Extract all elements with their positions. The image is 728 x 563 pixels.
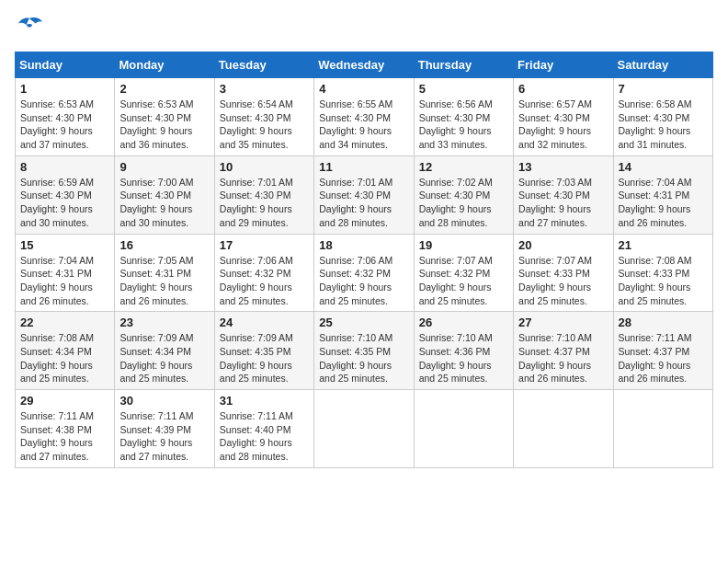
weekday-header: Saturday <box>613 52 712 78</box>
day-number: 10 <box>220 160 309 174</box>
day-number: 26 <box>419 316 508 329</box>
calendar-day-cell <box>514 390 613 468</box>
calendar-day-cell: 10Sunrise: 7:01 AM Sunset: 4:30 PM Dayli… <box>214 155 313 234</box>
day-info: Sunrise: 7:11 AM Sunset: 4:37 PM Dayligh… <box>619 331 708 385</box>
day-number: 19 <box>419 238 508 252</box>
calendar-day-cell <box>414 390 513 468</box>
day-info: Sunrise: 7:03 AM Sunset: 4:30 PM Dayligh… <box>518 176 608 230</box>
weekday-header: Friday <box>514 52 613 78</box>
day-number: 23 <box>119 316 209 329</box>
day-number: 4 <box>319 82 408 96</box>
logo <box>15 15 48 40</box>
day-number: 30 <box>119 394 209 408</box>
day-info: Sunrise: 6:53 AM Sunset: 4:30 PM Dayligh… <box>20 98 109 152</box>
day-number: 28 <box>619 316 708 329</box>
day-info: Sunrise: 7:02 AM Sunset: 4:30 PM Dayligh… <box>419 176 508 230</box>
day-number: 9 <box>119 160 209 174</box>
weekday-header: Wednesday <box>314 52 414 78</box>
day-number: 31 <box>220 394 309 408</box>
calendar-day-cell: 8Sunrise: 6:59 AM Sunset: 4:30 PM Daylig… <box>16 155 115 234</box>
weekday-header: Sunday <box>16 52 115 78</box>
calendar-day-cell: 22Sunrise: 7:08 AM Sunset: 4:34 PM Dayli… <box>16 312 115 390</box>
day-info: Sunrise: 7:06 AM Sunset: 4:32 PM Dayligh… <box>319 254 408 308</box>
page-header <box>15 15 713 40</box>
calendar-day-cell: 14Sunrise: 7:04 AM Sunset: 4:31 PM Dayli… <box>613 155 712 234</box>
day-number: 15 <box>20 238 109 252</box>
calendar-day-cell: 4Sunrise: 6:55 AM Sunset: 4:30 PM Daylig… <box>314 78 414 156</box>
day-info: Sunrise: 7:08 AM Sunset: 4:33 PM Dayligh… <box>619 254 708 308</box>
calendar-day-cell: 11Sunrise: 7:01 AM Sunset: 4:30 PM Dayli… <box>314 155 414 234</box>
calendar-day-cell: 9Sunrise: 7:00 AM Sunset: 4:30 PM Daylig… <box>115 155 214 234</box>
calendar-week-row: 1Sunrise: 6:53 AM Sunset: 4:30 PM Daylig… <box>16 78 713 156</box>
day-info: Sunrise: 7:05 AM Sunset: 4:31 PM Dayligh… <box>119 254 209 308</box>
day-info: Sunrise: 7:11 AM Sunset: 4:38 PM Dayligh… <box>20 409 109 464</box>
day-info: Sunrise: 7:04 AM Sunset: 4:31 PM Dayligh… <box>619 176 708 230</box>
day-info: Sunrise: 6:55 AM Sunset: 4:30 PM Dayligh… <box>319 98 408 152</box>
day-number: 21 <box>619 238 708 252</box>
day-number: 29 <box>20 394 109 408</box>
weekday-header: Monday <box>115 52 214 78</box>
weekday-header: Tuesday <box>214 52 313 78</box>
calendar-day-cell: 5Sunrise: 6:56 AM Sunset: 4:30 PM Daylig… <box>414 78 513 156</box>
calendar-week-row: 15Sunrise: 7:04 AM Sunset: 4:31 PM Dayli… <box>16 234 713 312</box>
calendar-day-cell <box>314 390 414 468</box>
day-info: Sunrise: 7:04 AM Sunset: 4:31 PM Dayligh… <box>20 254 109 308</box>
calendar-day-cell: 2Sunrise: 6:53 AM Sunset: 4:30 PM Daylig… <box>115 78 214 156</box>
day-info: Sunrise: 7:10 AM Sunset: 4:35 PM Dayligh… <box>319 331 408 385</box>
day-info: Sunrise: 7:01 AM Sunset: 4:30 PM Dayligh… <box>220 176 309 230</box>
calendar-day-cell: 13Sunrise: 7:03 AM Sunset: 4:30 PM Dayli… <box>514 155 613 234</box>
day-info: Sunrise: 7:10 AM Sunset: 4:37 PM Dayligh… <box>518 331 608 385</box>
calendar-week-row: 8Sunrise: 6:59 AM Sunset: 4:30 PM Daylig… <box>16 155 713 234</box>
calendar-day-cell: 31Sunrise: 7:11 AM Sunset: 4:40 PM Dayli… <box>214 390 313 468</box>
day-number: 27 <box>518 316 608 329</box>
weekday-header: Thursday <box>414 52 513 78</box>
day-number: 14 <box>619 160 708 174</box>
day-number: 20 <box>518 238 608 252</box>
calendar-day-cell: 7Sunrise: 6:58 AM Sunset: 4:30 PM Daylig… <box>613 78 712 156</box>
calendar-day-cell: 16Sunrise: 7:05 AM Sunset: 4:31 PM Dayli… <box>115 234 214 312</box>
day-info: Sunrise: 7:00 AM Sunset: 4:30 PM Dayligh… <box>119 176 209 230</box>
day-info: Sunrise: 7:10 AM Sunset: 4:36 PM Dayligh… <box>419 331 508 385</box>
day-number: 5 <box>419 82 508 96</box>
day-info: Sunrise: 7:11 AM Sunset: 4:39 PM Dayligh… <box>119 409 209 464</box>
calendar-day-cell: 25Sunrise: 7:10 AM Sunset: 4:35 PM Dayli… <box>314 312 414 390</box>
day-info: Sunrise: 6:53 AM Sunset: 4:30 PM Dayligh… <box>119 98 209 152</box>
calendar-day-cell: 26Sunrise: 7:10 AM Sunset: 4:36 PM Dayli… <box>414 312 513 390</box>
day-number: 16 <box>119 238 209 252</box>
calendar-day-cell: 18Sunrise: 7:06 AM Sunset: 4:32 PM Dayli… <box>314 234 414 312</box>
day-info: Sunrise: 7:11 AM Sunset: 4:40 PM Dayligh… <box>220 409 309 464</box>
calendar-day-cell: 12Sunrise: 7:02 AM Sunset: 4:30 PM Dayli… <box>414 155 513 234</box>
day-info: Sunrise: 6:54 AM Sunset: 4:30 PM Dayligh… <box>220 98 309 152</box>
calendar-day-cell: 28Sunrise: 7:11 AM Sunset: 4:37 PM Dayli… <box>613 312 712 390</box>
logo-icon <box>15 15 44 40</box>
day-info: Sunrise: 7:07 AM Sunset: 4:33 PM Dayligh… <box>518 254 608 308</box>
calendar-week-row: 29Sunrise: 7:11 AM Sunset: 4:38 PM Dayli… <box>16 390 713 468</box>
day-info: Sunrise: 6:56 AM Sunset: 4:30 PM Dayligh… <box>419 98 508 152</box>
calendar-day-cell: 20Sunrise: 7:07 AM Sunset: 4:33 PM Dayli… <box>514 234 613 312</box>
calendar-day-cell: 27Sunrise: 7:10 AM Sunset: 4:37 PM Dayli… <box>514 312 613 390</box>
calendar-day-cell: 6Sunrise: 6:57 AM Sunset: 4:30 PM Daylig… <box>514 78 613 156</box>
day-info: Sunrise: 6:59 AM Sunset: 4:30 PM Dayligh… <box>20 176 109 230</box>
day-info: Sunrise: 7:01 AM Sunset: 4:30 PM Dayligh… <box>319 176 408 230</box>
day-number: 8 <box>20 160 109 174</box>
day-number: 25 <box>319 316 408 329</box>
calendar-day-cell: 19Sunrise: 7:07 AM Sunset: 4:32 PM Dayli… <box>414 234 513 312</box>
day-number: 3 <box>220 82 309 96</box>
day-info: Sunrise: 7:06 AM Sunset: 4:32 PM Dayligh… <box>220 254 309 308</box>
day-number: 6 <box>518 82 608 96</box>
day-number: 13 <box>518 160 608 174</box>
day-info: Sunrise: 7:08 AM Sunset: 4:34 PM Dayligh… <box>20 331 109 385</box>
calendar-day-cell: 24Sunrise: 7:09 AM Sunset: 4:35 PM Dayli… <box>214 312 313 390</box>
day-number: 24 <box>220 316 309 329</box>
calendar-day-cell: 15Sunrise: 7:04 AM Sunset: 4:31 PM Dayli… <box>16 234 115 312</box>
calendar-day-cell: 21Sunrise: 7:08 AM Sunset: 4:33 PM Dayli… <box>613 234 712 312</box>
day-number: 17 <box>220 238 309 252</box>
day-info: Sunrise: 6:57 AM Sunset: 4:30 PM Dayligh… <box>518 98 608 152</box>
day-info: Sunrise: 6:58 AM Sunset: 4:30 PM Dayligh… <box>619 98 708 152</box>
day-number: 1 <box>20 82 109 96</box>
day-info: Sunrise: 7:09 AM Sunset: 4:35 PM Dayligh… <box>220 331 309 385</box>
day-info: Sunrise: 7:09 AM Sunset: 4:34 PM Dayligh… <box>119 331 209 385</box>
calendar-week-row: 22Sunrise: 7:08 AM Sunset: 4:34 PM Dayli… <box>16 312 713 390</box>
day-number: 11 <box>319 160 408 174</box>
calendar-day-cell <box>613 390 712 468</box>
